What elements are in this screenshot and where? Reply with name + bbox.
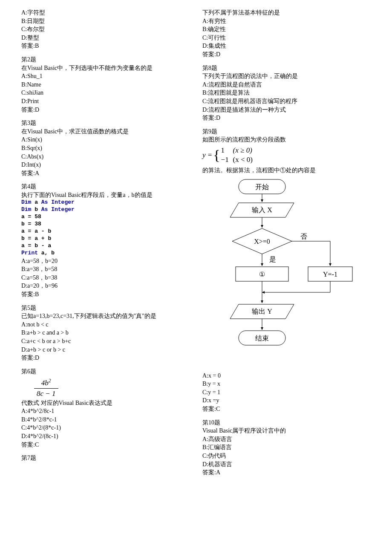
answer: 答案:A bbox=[21, 169, 190, 178]
option-a: A:流程图就是自然语言 bbox=[202, 81, 371, 89]
code-text: a, b bbox=[38, 250, 55, 256]
question-title: 第3题 bbox=[21, 119, 190, 127]
answer: 答案:D bbox=[21, 354, 190, 362]
question-title: 第9题 bbox=[202, 127, 371, 136]
option-c: C:a=58，b=38 bbox=[21, 274, 190, 282]
question-stem: 在Visual Basic中，求正弦值函数的格式是 bbox=[21, 127, 190, 136]
option-c: C:a+c < b or a > b+c bbox=[21, 337, 190, 346]
question-stem-2: 的算法。根据算法，流程图中①处的内容是 bbox=[202, 166, 371, 175]
answer: 答案:D bbox=[21, 106, 190, 114]
option-d: D:4*b^2/(8c-1) bbox=[21, 432, 190, 441]
page-columns: A:字符型 B:日期型 C:布尔型 D:整型 答案:B 第2题 在Visual … bbox=[21, 9, 371, 482]
option-c: C:流程图就是用机器语言编写的程序 bbox=[202, 97, 371, 106]
option-b: B:日期型 bbox=[21, 17, 190, 26]
question-title: 第6题 bbox=[21, 367, 190, 376]
question-8: 第8题 下列关于流程图的说法中，正确的是 A:流程图就是自然语言 B:流程图就是… bbox=[202, 64, 371, 122]
flow-start: 开始 bbox=[255, 183, 269, 190]
question-9: 第9题 如图所示的流程图为求分段函数 y = { 1(x ≥ 0) −1(x <… bbox=[202, 127, 371, 413]
code-line: b = 38 bbox=[21, 221, 190, 228]
option-b: B:确定性 bbox=[202, 25, 371, 34]
code-line: a = a - b bbox=[21, 228, 190, 235]
option-a: A:Sin(x) bbox=[21, 136, 190, 144]
option-a: A:not b < c bbox=[21, 320, 190, 329]
code-line: a = b - a bbox=[21, 242, 190, 250]
question-5: 第5题 已知a=13,b=23,c=31,下列逻辑表达式的值为"真"的是 A:n… bbox=[21, 304, 190, 362]
question-stem: 下列关于流程图的说法中，正确的是 bbox=[202, 72, 371, 81]
answer: 答案:B bbox=[21, 290, 190, 299]
question-10: 第10题 Visual Basic属于程序设计言中的 A:高级语言 B:汇编语言… bbox=[202, 418, 371, 477]
stem-post: 对应的Visual Basic表达式是 bbox=[41, 400, 112, 406]
option-a: A:有穷性 bbox=[202, 17, 371, 26]
question-2: 第2题 在Visual Basic中，下列选项中不能作为变量名的是 A:Shu_… bbox=[21, 55, 190, 114]
option-a: A:高级语言 bbox=[202, 435, 371, 444]
option-d: D:Print bbox=[21, 97, 190, 106]
option-d: D:集成性 bbox=[202, 42, 371, 50]
pw-case1-cond: (x ≥ 0) bbox=[233, 146, 252, 154]
flow-cond: X>=0 bbox=[254, 238, 270, 245]
answer: 答案:C bbox=[202, 405, 371, 413]
answer: 答案:C bbox=[21, 441, 190, 449]
question-stem: Visual Basic属于程序设计言中的 bbox=[202, 427, 371, 435]
option-d: D:a=20，b=96 bbox=[21, 282, 190, 290]
option-b: B:汇编语言 bbox=[202, 443, 371, 452]
question-title: 第8题 bbox=[202, 64, 371, 72]
code-text: a bbox=[31, 199, 41, 205]
option-a: A:x = 0 bbox=[202, 372, 371, 380]
code-line: a = 58 bbox=[21, 214, 190, 221]
answer: 答案:D bbox=[202, 50, 371, 59]
option-c: C:伪代码 bbox=[202, 452, 371, 460]
question-title: 第2题 bbox=[21, 55, 190, 64]
option-b: B:4*b^2/8*c-1 bbox=[21, 416, 190, 424]
right-column: 下列不属于算法基本特征的是 A:有穷性 B:确定性 C:可行性 D:集成性 答案… bbox=[202, 9, 371, 482]
question-title: 第10题 bbox=[202, 418, 371, 427]
option-c: C:y = 1 bbox=[202, 388, 371, 397]
option-a: A:Shu_1 bbox=[21, 72, 190, 81]
option-b: B:a+b > c and a > b bbox=[21, 329, 190, 337]
option-d: D:a+b > c or b > c bbox=[21, 346, 190, 354]
question-title: 第5题 bbox=[21, 304, 190, 312]
option-b: B:a=38，b=58 bbox=[21, 265, 190, 274]
piecewise-function: y = { 1(x ≥ 0) −1(x < 0) bbox=[202, 146, 253, 164]
option-c: C:shiJian bbox=[21, 89, 190, 97]
option-c: C:4*b^2/(8*c-1) bbox=[21, 424, 190, 432]
answer: 答案:A bbox=[202, 468, 371, 477]
question-4: 第4题 执行下面的Visual Basic程序段后，变量a，b的值是 Dim a… bbox=[21, 182, 190, 298]
code-kw: As Integer bbox=[41, 199, 75, 205]
question-title: 第4题 bbox=[21, 182, 190, 191]
question-stem: 执行下面的Visual Basic程序段后，变量a，b的值是 bbox=[21, 191, 190, 199]
flow-input: 输入 X bbox=[252, 206, 272, 214]
code-kw: As Integer bbox=[41, 206, 75, 213]
option-b: B:流程图就是算法 bbox=[202, 89, 371, 97]
option-d: D:机器语言 bbox=[202, 460, 371, 469]
pw-case1-val: 1 bbox=[221, 146, 233, 155]
option-b: B:Sqr(x) bbox=[21, 144, 190, 153]
option-a: A:4*b^2/8c-1 bbox=[21, 407, 190, 416]
pw-y: y = bbox=[202, 150, 212, 160]
flow-end: 结束 bbox=[255, 335, 269, 342]
code-line: b = a + b bbox=[21, 235, 190, 242]
question-3: 第3题 在Visual Basic中，求正弦值函数的格式是 A:Sin(x) B… bbox=[21, 119, 190, 177]
option-a: A:字符型 bbox=[21, 9, 190, 17]
flow-output: 输出 Y bbox=[252, 308, 272, 315]
code-text: b bbox=[31, 206, 41, 213]
flowchart: 开始 输入 X X>=0 否 是 bbox=[202, 177, 356, 369]
question-6: 第6题 4b2 8c − 1 代数式 对应的Visual Basic表达式是 A… bbox=[21, 367, 190, 449]
question-1: A:字符型 B:日期型 C:布尔型 D:整型 答案:B bbox=[21, 9, 190, 50]
brace-icon: { bbox=[213, 148, 220, 162]
fraction-numerator: 4b bbox=[41, 379, 49, 387]
question-7: 下列不属于算法基本特征的是 A:有穷性 B:确定性 C:可行性 D:集成性 答案… bbox=[202, 9, 371, 59]
flow-box1: ① bbox=[259, 271, 265, 278]
answer: 答案:D bbox=[202, 114, 371, 122]
left-column: A:字符型 B:日期型 C:布尔型 D:整型 答案:B 第2题 在Visual … bbox=[21, 9, 190, 482]
option-c: C:布尔型 bbox=[21, 25, 190, 34]
pw-case2-cond: (x < 0) bbox=[233, 156, 253, 164]
question-stem: 下列不属于算法基本特征的是 bbox=[202, 9, 371, 17]
option-c: C:可行性 bbox=[202, 34, 371, 42]
question-stem-1: 如图所示的流程图为求分段函数 bbox=[202, 136, 371, 144]
code-kw: Print bbox=[21, 250, 38, 256]
option-d: D:整型 bbox=[21, 34, 190, 42]
option-a: A:a=58，b=20 bbox=[21, 257, 190, 265]
option-d: D:Int(x) bbox=[21, 161, 190, 169]
code-block: Dim a As Integer Dim b As Integer a = 58… bbox=[21, 199, 190, 257]
question-stem: 已知a=13,b=23,c=31,下列逻辑表达式的值为"真"的是 bbox=[21, 312, 190, 320]
